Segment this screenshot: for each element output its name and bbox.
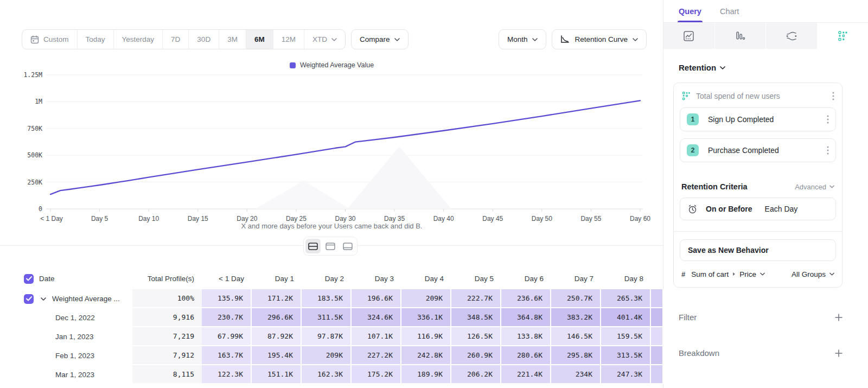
- row-label-cell: Jan 1, 2023: [0, 327, 132, 346]
- retention-value-cell: 311.5K: [302, 308, 352, 327]
- criteria-condition-row[interactable]: On or Before Each Day: [680, 198, 836, 220]
- filter-section: Filter: [679, 313, 843, 322]
- layout-table-only-button[interactable]: [340, 239, 355, 253]
- chart-legend: Weighted Average Value: [0, 61, 663, 69]
- range-6m[interactable]: 6M: [246, 30, 273, 49]
- retention-value-cell: 87.92K: [252, 327, 302, 346]
- range-custom[interactable]: Custom: [22, 30, 78, 49]
- x-axis-label: Day 15: [188, 215, 208, 222]
- header-day-cell: Day 4: [401, 275, 451, 283]
- range-xtd[interactable]: XTD: [304, 30, 345, 49]
- retention-line-chart[interactable]: 0250K500K750K1M1.25M< 1 DayDay 5Day 10Da…: [0, 69, 663, 228]
- retention-icon: [681, 91, 691, 100]
- range-label: 3M: [227, 35, 238, 43]
- range-7d[interactable]: 7D: [163, 30, 189, 49]
- chart-type-button[interactable]: Retention Curve: [552, 29, 647, 49]
- watermark-triangle: [347, 147, 451, 209]
- header-total-cell: Total Profile(s): [132, 275, 202, 283]
- retention-value-cell: 230.7K: [202, 308, 252, 327]
- kebab-icon[interactable]: [827, 146, 829, 155]
- retention-section-label: Retention: [679, 63, 716, 72]
- check-icon: [26, 276, 32, 281]
- tab-chart[interactable]: Chart: [720, 0, 739, 22]
- tab-query[interactable]: Query: [679, 0, 701, 22]
- behavior-step-2[interactable]: 2 Purchase Completed: [680, 138, 836, 162]
- add-filter-button[interactable]: [835, 314, 843, 321]
- total-profiles-cell: 7,912: [132, 346, 202, 365]
- retention-section-toggle[interactable]: Retention: [679, 63, 855, 72]
- range-yesterday[interactable]: Yesterday: [114, 30, 163, 49]
- clipped-value-cell: [651, 289, 663, 308]
- insights-report-button[interactable]: [663, 23, 715, 49]
- flows-icon: [786, 30, 797, 42]
- header-date-cell: Date: [0, 274, 132, 284]
- watermark-triangle: [255, 181, 350, 209]
- step-number-badge: 2: [687, 144, 699, 156]
- sidebar-content: Retention Total spend of new users 1 Sig…: [663, 63, 868, 358]
- chevron-down-icon: [394, 38, 400, 41]
- flows-report-button[interactable]: [766, 23, 818, 49]
- row-checkbox[interactable]: [24, 274, 34, 284]
- groups-dropdown[interactable]: All Groups: [792, 270, 834, 278]
- advanced-dropdown[interactable]: Advanced: [795, 183, 834, 191]
- layout-chart-only-button[interactable]: [323, 239, 338, 253]
- range-30d[interactable]: 30D: [189, 30, 219, 49]
- main-panel: CustomTodayYesterday7D30D3M6M12MXTD Comp…: [0, 0, 663, 388]
- breakdown-label: Breakdown: [679, 348, 719, 358]
- table-row: Dec 1, 20229,916230.7K296.6K311.5K324.6K…: [0, 308, 663, 327]
- retention-value-cell: 221.4K: [501, 365, 551, 384]
- plus-icon: [835, 314, 843, 321]
- compare-button[interactable]: Compare: [351, 29, 409, 49]
- measure-event-label: Sum of cart: [691, 270, 729, 278]
- layout-split-button[interactable]: [305, 239, 321, 253]
- retention-value-cell: 126.5K: [451, 327, 501, 346]
- groups-label: All Groups: [792, 270, 826, 278]
- retention-curve-line[interactable]: [50, 100, 640, 194]
- date-range-control: CustomTodayYesterday7D30D3M6M12MXTD: [22, 29, 346, 49]
- retention-value-cell: 206.2K: [451, 365, 501, 384]
- retention-report-button[interactable]: [818, 23, 868, 49]
- range-3m[interactable]: 3M: [219, 30, 246, 49]
- toolbar-right: Month Retention Curve: [499, 29, 647, 49]
- granularity-button[interactable]: Month: [499, 29, 547, 49]
- step-label: Purchase Completed: [708, 146, 827, 155]
- number-property-icon: #: [681, 270, 685, 278]
- retention-table: Date Total Profile(s)< 1 DayDay 1Day 2Da…: [0, 268, 663, 388]
- step-label: Sign Up Completed: [708, 115, 827, 124]
- measure-property-dropdown[interactable]: Sum of cart Price: [691, 270, 765, 278]
- row-label-cell: Mar 1, 2023: [0, 365, 132, 384]
- row-label: Weighted Average ...: [52, 295, 120, 303]
- retention-value-cell: 265.3K: [601, 289, 651, 308]
- row-label: Dec 1, 2022: [55, 314, 95, 322]
- save-as-new-behavior-button[interactable]: Save as New Behavior: [680, 239, 836, 261]
- behavior-card: Total spend of new users 1 Sign Up Compl…: [673, 82, 843, 288]
- compare-label: Compare: [360, 35, 390, 43]
- range-today[interactable]: Today: [78, 30, 114, 49]
- retention-value-cell: 171.2K: [252, 289, 302, 308]
- kebab-icon[interactable]: [827, 115, 829, 124]
- retention-value-cell: 183.5K: [302, 289, 352, 308]
- alarm-icon: [687, 204, 698, 214]
- retention-value-cell: 209K: [401, 289, 451, 308]
- save-behavior-label: Save as New Behavior: [688, 246, 769, 255]
- add-breakdown-button[interactable]: [835, 349, 843, 357]
- row-label: Jan 1, 2023: [55, 333, 94, 341]
- insights-icon: [683, 30, 694, 42]
- layout-toggle-group: [303, 237, 358, 256]
- header-day-cell: Day 7: [551, 275, 601, 283]
- layout-bottom-icon: [343, 243, 353, 250]
- range-label: Custom: [43, 35, 69, 43]
- expand-chevron-icon[interactable]: [41, 297, 46, 301]
- retention-value-cell: 163.7K: [202, 346, 252, 365]
- select-all-checkbox[interactable]: [24, 274, 34, 284]
- range-12m[interactable]: 12M: [273, 30, 304, 49]
- retention-value-cell: 227.2K: [352, 346, 401, 365]
- kebab-icon[interactable]: [832, 92, 834, 100]
- range-label: 6M: [254, 35, 265, 43]
- row-checkbox[interactable]: [24, 294, 34, 304]
- card-divider: [674, 231, 842, 232]
- funnels-report-button[interactable]: [715, 23, 767, 49]
- total-profiles-cell: 8,115: [132, 365, 202, 384]
- check-icon: [26, 296, 32, 301]
- behavior-step-1[interactable]: 1 Sign Up Completed: [680, 107, 836, 131]
